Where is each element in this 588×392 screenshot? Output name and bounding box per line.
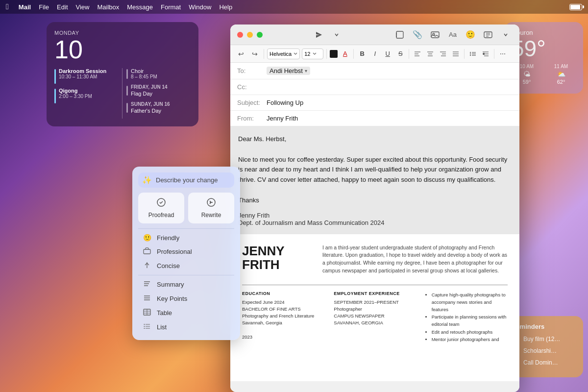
close-button[interactable] xyxy=(237,32,243,38)
attach-button[interactable]: 📎 xyxy=(411,28,424,42)
professional-option[interactable]: Professional xyxy=(138,245,234,259)
underline-button[interactable]: U xyxy=(382,49,393,59)
list-button[interactable] xyxy=(467,49,478,59)
more-options-button[interactable] xyxy=(481,28,495,42)
text-color-swatch[interactable] xyxy=(330,50,338,58)
list-option[interactable]: List xyxy=(138,320,234,334)
friendly-option[interactable]: 🙂 Friendly xyxy=(138,231,234,245)
professional-icon xyxy=(142,247,152,256)
summary-option[interactable]: Summary xyxy=(138,277,234,292)
reminder-1: Buy film (12… xyxy=(512,335,576,343)
font-selector[interactable]: Helvetica xyxy=(267,49,300,59)
event-dot-1 xyxy=(54,69,56,84)
rewrite-icon xyxy=(206,197,216,210)
format-toolbar: ↩ ↪ Helvetica 12 A B I U S xyxy=(230,45,519,63)
align-right-button[interactable] xyxy=(438,49,448,59)
svg-point-9 xyxy=(470,55,471,56)
employment-content: SEPTEMBER 2021–PRESENT Photographer CAMP… xyxy=(334,299,416,327)
svg-point-16 xyxy=(144,328,145,329)
greeting: Dear Ms. Herbst, xyxy=(238,134,512,145)
table-option[interactable]: Table xyxy=(138,306,234,320)
to-value[interactable]: Andi Herbst ▾ xyxy=(267,67,513,75)
key-points-option[interactable]: Key Points xyxy=(138,292,234,306)
photo-button[interactable] xyxy=(428,28,442,42)
mail-body[interactable]: Dear Ms. Herbst, Nice to meet you for co… xyxy=(230,126,519,392)
menubar-left:  Mail File Edit View Mailbox Message Fo… xyxy=(6,2,232,11)
resume-employment-col: EMPLOYMENT EXPERIENCE SEPTEMBER 2021–PRE… xyxy=(334,291,416,343)
reminder-2: Scholarshi… xyxy=(512,347,576,355)
wt-divider-1 xyxy=(138,228,234,229)
toolbar-divider-2 xyxy=(326,49,327,59)
strikethrough-color-button[interactable]: A xyxy=(340,49,350,59)
message-menu[interactable]: Message xyxy=(127,3,153,11)
indent-button[interactable] xyxy=(480,49,491,59)
recipient-tag[interactable]: Andi Herbst ▾ xyxy=(267,67,310,75)
toolbar-divider-4 xyxy=(409,49,409,59)
friendly-icon: 🙂 xyxy=(142,234,152,242)
app-name-menu[interactable]: Mail xyxy=(19,3,31,11)
toolbar-divider-5 xyxy=(464,49,465,59)
recipient-chevron: ▾ xyxy=(305,68,307,74)
emoji-button[interactable]: 🙂 xyxy=(464,28,477,42)
writing-tools-main-buttons: Proofread Rewrite xyxy=(138,193,234,223)
send-button[interactable] xyxy=(312,28,326,42)
flag-name: Flag Day xyxy=(131,91,168,97)
mail-body-text[interactable]: Dear Ms. Herbst, Nice to meet you for co… xyxy=(238,134,512,206)
concise-option[interactable]: Concise xyxy=(138,259,234,273)
rewrite-button[interactable]: Rewrite xyxy=(188,193,234,223)
weather-hour-2-icon: ⛅ xyxy=(546,70,576,78)
help-menu[interactable]: Help xyxy=(219,3,232,11)
bold-button[interactable]: B xyxy=(357,49,368,59)
redo-button[interactable]: ↪ xyxy=(249,48,261,60)
flag-date: FRIDAY, JUN 14 xyxy=(131,84,168,90)
italic-button[interactable]: I xyxy=(369,49,380,59)
font-size-selector[interactable]: 12 xyxy=(302,49,323,59)
apple-logo[interactable]:  xyxy=(6,2,9,11)
send-options-button[interactable] xyxy=(330,28,343,42)
mail-compose-area[interactable]: Dear Ms. Herbst, Nice to meet you for co… xyxy=(230,126,519,234)
font-size: 12 xyxy=(304,51,310,57)
format-text-button[interactable]: Aa xyxy=(446,28,460,42)
upcoming-bar-fathers xyxy=(126,103,128,113)
calendar-events: Darkroom Session 10:30 – 11:30 AM Qigong… xyxy=(54,68,191,119)
list-icon xyxy=(142,323,152,331)
justify-button[interactable] xyxy=(450,49,461,59)
education-title: EDUCATION xyxy=(242,291,324,296)
resume-bullets-col: Capture high-quality photographs to acco… xyxy=(426,291,508,343)
address-book-button[interactable] xyxy=(393,28,407,42)
window-titlebar: 📎 Aa 🙂 xyxy=(230,24,519,45)
maximize-button[interactable] xyxy=(257,32,263,38)
reminder-2-text: Scholarshi… xyxy=(523,347,557,354)
reminder-3-text: Call Domin… xyxy=(523,359,558,366)
view-menu[interactable]: View xyxy=(76,3,90,11)
undo-button[interactable]: ↩ xyxy=(235,48,247,60)
signature-name: Jenny Frith xyxy=(238,212,512,219)
format-menu[interactable]: Format xyxy=(161,3,181,11)
from-value[interactable]: Jenny Frith xyxy=(267,115,513,122)
choir-name: Choir xyxy=(131,68,157,74)
strikethrough-button[interactable]: S xyxy=(395,49,406,59)
to-field: To: Andi Herbst ▾ xyxy=(230,63,519,79)
proofread-button[interactable]: Proofread xyxy=(138,193,184,223)
window-menu[interactable]: Window xyxy=(189,3,211,11)
menubar-right xyxy=(569,4,582,10)
reminder-3: Call Domin… xyxy=(512,359,576,367)
file-menu[interactable]: File xyxy=(39,3,49,11)
upcoming-bar-flag xyxy=(126,86,128,96)
align-center-button[interactable] xyxy=(425,49,436,59)
subject-value[interactable]: Following Up xyxy=(267,99,513,106)
calendar-day: MONDAY xyxy=(54,30,191,36)
mailbox-menu[interactable]: Mailbox xyxy=(97,3,119,11)
svg-point-7 xyxy=(470,52,471,53)
proofread-icon xyxy=(156,197,166,210)
minimize-button[interactable] xyxy=(247,32,253,38)
upcoming-fathers-day: SUNDAY, JUN 16 Father's Day xyxy=(126,101,191,114)
calendar-today-events: Darkroom Session 10:30 – 11:30 AM Qigong… xyxy=(54,68,118,119)
edit-menu[interactable]: Edit xyxy=(57,3,68,11)
upcoming-flag-day: FRIDAY, JUN 14 Flag Day xyxy=(126,84,191,97)
calendar-date: 10 xyxy=(54,37,191,62)
cc-label: Cc: xyxy=(237,83,267,91)
align-left-button[interactable] xyxy=(412,49,423,59)
expand-button[interactable] xyxy=(499,28,513,42)
more-format-button[interactable]: ⋯ xyxy=(497,49,508,59)
